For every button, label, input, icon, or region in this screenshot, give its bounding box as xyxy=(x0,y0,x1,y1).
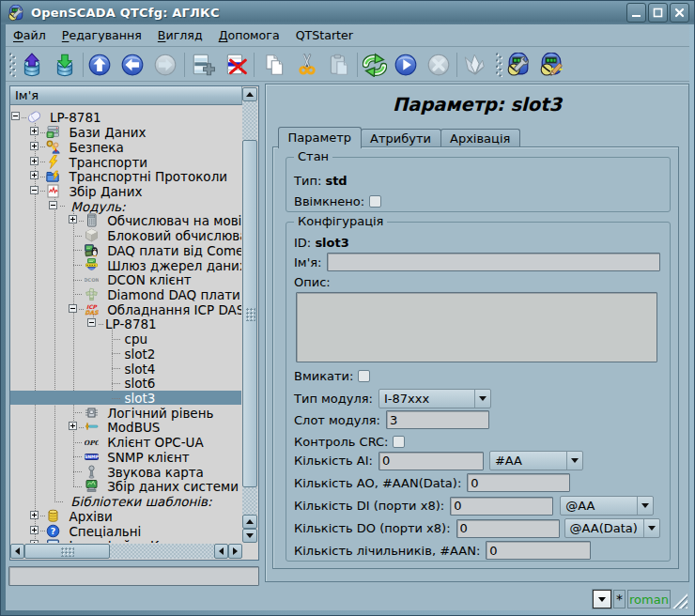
tree-header-name[interactable]: Ім'я xyxy=(10,86,242,105)
tree-vscroll-up-button[interactable] xyxy=(242,87,257,101)
tree-item-обчислювач-на-мові-с[interactable]: Обчислювач на мові С xyxy=(10,213,241,228)
menu-view[interactable]: Вигляд xyxy=(149,25,210,45)
tree-expander-plus[interactable] xyxy=(30,171,39,179)
name-input[interactable] xyxy=(327,253,660,271)
tree-expander-minus[interactable] xyxy=(11,112,20,120)
tree-item-інтерфейси-користувача[interactable]: Інтерфейси Користувача xyxy=(10,538,241,543)
tab-archiving[interactable]: Архівація xyxy=(440,129,520,148)
towork-checkbox[interactable] xyxy=(358,370,370,382)
tree-search-input[interactable] xyxy=(8,566,259,586)
load-from-db-button[interactable] xyxy=(16,51,48,79)
tree-hscroll-right-button[interactable] xyxy=(228,544,242,559)
ao-input[interactable] xyxy=(467,473,570,492)
tree-item-slot4[interactable]: slot4 xyxy=(10,361,241,376)
enabled-checkbox[interactable] xyxy=(369,195,381,208)
tree-item-шлюз-джерел-даних[interactable]: Шлюз джерел даних xyxy=(10,257,241,272)
tree-item-збір-даних[interactable]: Збір Даних xyxy=(10,184,241,199)
descr-textarea[interactable] xyxy=(296,292,657,362)
tree-expander-plus[interactable] xyxy=(30,511,39,519)
do-mode-combobox[interactable]: @AA(Data) xyxy=(564,518,660,538)
maximize-button[interactable] xyxy=(648,3,668,23)
modslot-input[interactable] xyxy=(386,410,489,429)
cnt-input[interactable] xyxy=(486,541,591,560)
up-button[interactable] xyxy=(84,51,116,79)
tree-item-транспортні-протоколи[interactable]: Транспортні Протоколи xyxy=(10,169,241,184)
save-to-db-button[interactable] xyxy=(49,51,81,79)
menu-qtstarter[interactable]: QTStarter xyxy=(287,25,361,45)
di-mode-combobox[interactable]: @AA xyxy=(560,496,654,516)
tree-item-lp-8781[interactable]: LP-8781 xyxy=(10,110,241,125)
tree-item-обладнання-icp-das[interactable]: ICPDASОбладнання ICP DAS xyxy=(10,301,241,316)
tree-expander-plus[interactable] xyxy=(30,142,39,150)
tree-item-diamond-daq-плати[interactable]: Diamond DAQ плати xyxy=(10,287,241,302)
menu-edit[interactable]: Редагування xyxy=(54,25,149,45)
tree-expander-minus[interactable] xyxy=(69,304,77,313)
tree-item-архіви[interactable]: Архіви xyxy=(10,508,241,523)
tree-hscroll-left-button[interactable] xyxy=(10,544,24,559)
tree-item-безпека[interactable]: Безпека xyxy=(10,139,241,154)
back-button[interactable] xyxy=(116,51,148,79)
tree-item-daq-плати-від-comedi[interactable]: DAQ плати від Comedi xyxy=(10,243,241,258)
crc-checkbox[interactable] xyxy=(393,436,405,448)
status-dropdown-button[interactable] xyxy=(593,590,611,608)
start-button[interactable] xyxy=(390,51,422,79)
tree-item-modbus[interactable]: ModBUS xyxy=(10,420,241,435)
tree-vscroll-track[interactable] xyxy=(242,487,257,515)
tree-item-slot3[interactable]: slot3 xyxy=(10,391,241,406)
tree-expander-plus[interactable] xyxy=(30,157,39,165)
tab-parameter[interactable]: Параметр xyxy=(278,127,362,148)
tree-item-dcon-клієнт[interactable]: DCONDCON клієнт xyxy=(10,272,241,287)
add-item-button[interactable] xyxy=(187,51,219,79)
tree-item-звукова-карта[interactable]: Звукова карта xyxy=(10,464,241,479)
tree-vscroll-track[interactable] xyxy=(242,101,257,140)
tree-item-lp-8781[interactable]: LP-8781 xyxy=(10,316,241,331)
tree-expander-plus[interactable] xyxy=(30,127,39,135)
tree-vscroll-down-button[interactable] xyxy=(242,529,257,543)
copy-item-button[interactable] xyxy=(258,51,290,79)
tree-item-cpu[interactable]: cpu xyxy=(10,331,241,346)
tree-vscroll-up2-button[interactable] xyxy=(242,515,257,529)
tree-hscroll-thumb[interactable] xyxy=(24,544,110,559)
titlebar[interactable]: OpenSCADA QTCfg: АГЛКС xyxy=(1,1,694,24)
cut-item-button[interactable] xyxy=(291,51,323,79)
do-input[interactable] xyxy=(456,519,560,538)
tree-vscroll-thumb[interactable] xyxy=(242,140,257,487)
tree-item-slot6[interactable]: slot6 xyxy=(10,376,241,391)
status-star-button[interactable]: * xyxy=(613,590,626,608)
stop-button[interactable] xyxy=(423,51,455,79)
tree-item-логічний-рівень[interactable]: Логічний рівень xyxy=(10,405,241,420)
tree-item-спеціальні[interactable]: ?Спеціальні xyxy=(10,523,241,538)
tab-attributes[interactable]: Атрибути xyxy=(361,129,441,148)
tree-expander-plus[interactable] xyxy=(30,526,39,534)
close-button[interactable] xyxy=(670,3,689,23)
modtype-combobox[interactable]: I-87xxx xyxy=(378,389,491,408)
tree-item-клієнт-opc-ua[interactable]: OPCКлієнт OPC-UA xyxy=(10,435,241,450)
tree-item-блоковий-обчислювач[interactable]: Блоковий обчислювач xyxy=(10,228,241,243)
minimize-button[interactable] xyxy=(626,3,646,23)
delete-item-button[interactable] xyxy=(220,51,252,79)
qtcfg-launch-button[interactable] xyxy=(502,51,534,79)
tree-hscroll-left2-button[interactable] xyxy=(214,544,228,559)
refresh-button[interactable] xyxy=(359,51,391,79)
tree-expander-minus[interactable] xyxy=(87,318,96,327)
tree-expander-plus[interactable] xyxy=(69,422,77,430)
tree-expander-minus[interactable] xyxy=(49,201,57,209)
resize-grip[interactable] xyxy=(672,593,687,608)
tree-expander-plus[interactable] xyxy=(69,215,77,223)
ai-input[interactable] xyxy=(378,452,484,470)
tree-item-бібліотеки-шаблонів-[interactable]: Бібліотеки шаблонів: xyxy=(10,494,241,509)
tree-item-транспорти[interactable]: Транспорти xyxy=(10,154,241,169)
tree-item-модуль-[interactable]: Модуль: xyxy=(10,198,241,213)
manual-button[interactable] xyxy=(458,51,490,79)
menu-file[interactable]: Файл xyxy=(6,25,54,45)
tree-item-snmp-клієнт[interactable]: SNMPSNMP клієнт xyxy=(10,450,241,465)
menu-help[interactable]: Допомога xyxy=(210,25,287,45)
tree-item-slot2[interactable]: slot2 xyxy=(10,346,241,362)
vision-launch-button[interactable] xyxy=(535,51,567,79)
ai-mode-combobox[interactable]: #AA xyxy=(489,451,583,470)
tree-item-бази-даних[interactable]: Бази Даних xyxy=(10,125,241,140)
tree-hscroll-track[interactable] xyxy=(110,544,214,559)
paste-item-button[interactable] xyxy=(323,51,355,79)
tree-item-збір-даних-системи[interactable]: Збір даних системи xyxy=(10,479,241,494)
status-user-field[interactable]: roman xyxy=(627,590,671,608)
